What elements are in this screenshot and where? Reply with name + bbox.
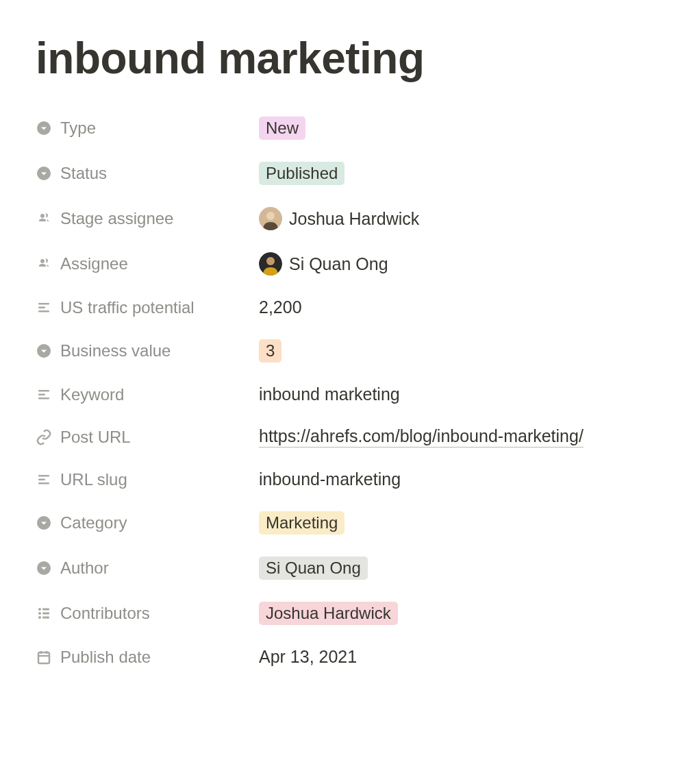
select-icon [36,343,52,359]
page-title[interactable]: inbound marketing [36,33,653,84]
person-icon [36,256,52,272]
property-label: URL slug [36,470,259,489]
property-label-text: URL slug [60,470,127,489]
property-category[interactable]: Category Marketing [36,500,653,546]
business-value-tag: 3 [259,339,281,363]
property-label-text: Stage assignee [60,209,173,228]
property-value[interactable]: Si Quan Ong [259,252,388,275]
text-icon [36,387,52,403]
avatar [259,207,282,230]
person-icon [36,210,52,227]
property-label-text: Keyword [60,385,124,404]
svg-rect-10 [38,390,49,392]
property-assignee[interactable]: Assignee Si Quan Ong [36,241,653,286]
status-tag: Published [259,162,344,185]
property-label-text: Contributors [60,604,150,623]
traffic-value: 2,200 [259,297,302,317]
category-tag: Marketing [259,511,344,535]
property-label: Keyword [36,385,259,404]
property-value[interactable]: 2,200 [259,297,302,317]
property-label-text: Post URL [60,428,131,447]
property-post-url[interactable]: Post URL https://ahrefs.com/blog/inbound… [36,415,653,458]
property-label: US traffic potential [36,298,259,317]
author-tag: Si Quan Ong [259,556,368,580]
property-label: Business value [36,341,259,360]
property-label-text: Category [60,513,127,532]
text-icon [36,299,52,316]
property-label: Assignee [36,254,259,273]
svg-rect-11 [38,393,45,395]
post-url-link[interactable]: https://ahrefs.com/blog/inbound-marketin… [259,426,584,448]
select-icon [36,120,52,136]
svg-rect-15 [38,482,49,485]
property-keyword[interactable]: Keyword inbound marketing [36,373,653,415]
property-contributors[interactable]: Contributors Joshua Hardwick [36,591,653,636]
property-label: Post URL [36,428,259,447]
publish-date-value: Apr 13, 2021 [259,647,357,667]
property-label: Publish date [36,648,259,667]
property-value[interactable]: New [259,117,305,140]
svg-rect-24 [38,652,49,663]
select-icon [36,515,52,531]
select-icon [36,560,52,576]
svg-point-5 [266,257,275,265]
property-value[interactable]: Marketing [259,511,344,535]
svg-rect-23 [42,617,49,619]
url-slug-value: inbound-marketing [259,469,401,489]
select-icon [36,165,52,182]
property-status[interactable]: Status Published [36,151,653,196]
contributor-tag: Joshua Hardwick [259,602,398,625]
property-label: Status [36,164,259,183]
property-label-text: Type [60,119,96,138]
property-type[interactable]: Type New [36,106,653,151]
property-url-slug[interactable]: URL slug inbound-marketing [36,458,653,500]
property-value[interactable]: https://ahrefs.com/blog/inbound-marketin… [259,426,584,448]
type-tag: New [259,117,305,140]
assignee-name: Joshua Hardwick [289,209,419,229]
property-value[interactable]: 3 [259,339,281,363]
property-label-text: Author [60,559,109,578]
svg-point-3 [266,212,275,220]
svg-point-20 [38,612,41,615]
property-label-text: Publish date [60,648,151,667]
property-us-traffic-potential[interactable]: US traffic potential 2,200 [36,286,653,328]
property-value[interactable]: Apr 13, 2021 [259,647,357,667]
multi-select-icon [36,605,52,622]
svg-rect-8 [38,310,49,313]
svg-rect-19 [42,609,49,611]
property-label-text: Business value [60,341,171,360]
property-value[interactable]: Joshua Hardwick [259,207,419,230]
property-label: Author [36,559,259,578]
link-icon [36,429,52,445]
svg-point-18 [38,608,41,611]
property-label-text: Assignee [60,254,128,273]
svg-point-22 [38,616,41,619]
keyword-value: inbound marketing [259,384,400,404]
svg-rect-12 [38,397,49,400]
property-label-text: Status [60,164,107,183]
property-label: Category [36,513,259,532]
property-value[interactable]: Si Quan Ong [259,556,368,580]
property-value[interactable]: Joshua Hardwick [259,602,398,625]
property-value[interactable]: inbound-marketing [259,469,401,489]
assignee-name: Si Quan Ong [289,254,388,274]
calendar-icon [36,649,52,665]
property-label: Stage assignee [36,209,259,228]
property-business-value[interactable]: Business value 3 [36,328,653,373]
svg-rect-21 [42,613,49,615]
property-value[interactable]: inbound marketing [259,384,400,404]
svg-rect-13 [38,475,49,477]
text-icon [36,471,52,488]
property-author[interactable]: Author Si Quan Ong [36,546,653,591]
property-label-text: US traffic potential [60,298,195,317]
svg-rect-7 [38,306,45,308]
property-value[interactable]: Published [259,162,344,185]
svg-rect-14 [38,478,45,480]
property-label: Contributors [36,604,259,623]
svg-rect-6 [38,303,49,305]
avatar [259,252,282,275]
property-stage-assignee[interactable]: Stage assignee Joshua Hardwick [36,196,653,241]
property-label: Type [36,119,259,138]
property-publish-date[interactable]: Publish date Apr 13, 2021 [36,636,653,678]
